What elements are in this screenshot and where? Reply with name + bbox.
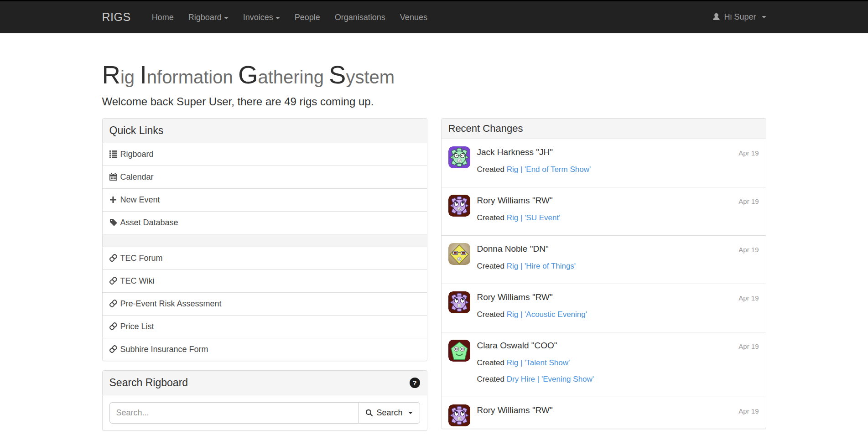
nav-item-wrap: Home [145, 1, 181, 33]
recent-change-item: Apr 19Rory Williams "RW"Created Rig | 'A… [442, 284, 766, 332]
recent-changes-title: Recent Changes [448, 123, 523, 135]
quick-links-title: Quick Links [109, 124, 164, 137]
search-input[interactable] [109, 402, 359, 424]
quick-link-price-list[interactable]: Price List [103, 315, 427, 338]
question-circle-icon[interactable]: ? [410, 378, 420, 388]
search-button[interactable]: Search [358, 402, 420, 424]
recent-changes-list: Apr 19Jack Harkness "JH"Created Rig | 'E… [442, 139, 766, 429]
monster-avatar-icon [448, 195, 470, 217]
quick-link-tec-forum[interactable]: TEC Forum [103, 247, 427, 269]
change-link[interactable]: Dry Hire | 'Evening Show' [507, 375, 594, 383]
change-action: Created Rig | 'End of Term Show' [477, 165, 759, 175]
change-action: Created Rig | 'Acoustic Evening' [477, 310, 759, 320]
change-link[interactable]: Rig | 'Acoustic Evening' [507, 310, 587, 319]
quick-link-label: New Event [120, 195, 160, 204]
recent-change-item: Apr 19Rory Williams "RW" [442, 397, 766, 429]
quick-link-asset-database[interactable]: Asset Database [103, 211, 427, 234]
nav-item-rigboard[interactable]: Rigboard [181, 1, 236, 33]
recent-change-item: Apr 19Rory Williams "RW"Created Rig | 'S… [442, 187, 766, 235]
user-menu-label: Hi Super [724, 12, 756, 22]
quick-link-label: Subhire Insurance Form [120, 345, 208, 354]
quick-links-panel: Quick Links RigboardCalendarNew EventAss… [102, 118, 427, 361]
nav-item-people[interactable]: People [287, 1, 327, 33]
quick-link-label: Asset Database [120, 218, 178, 227]
monster-avatar-icon [448, 340, 470, 362]
monster-avatar-icon [448, 404, 470, 426]
nav-items: HomeRigboardInvoicesPeopleOrganisationsV… [145, 1, 435, 33]
change-date: Apr 19 [738, 149, 759, 157]
monster-avatar-icon [448, 291, 470, 313]
nav-item-wrap: People [287, 1, 327, 33]
nav-item-venues[interactable]: Venues [393, 1, 435, 33]
entry-content: Clara Oswald "COO"Created Rig | 'Talent … [477, 340, 759, 384]
quick-link-label: TEC Forum [120, 254, 163, 263]
nav-item-home[interactable]: Home [145, 1, 181, 33]
link-icon [109, 322, 120, 331]
quick-link-label: Calendar [120, 172, 154, 181]
change-link[interactable]: Rig | 'Talent Show' [507, 358, 570, 367]
person-name: Rory Williams "RW" [477, 195, 759, 207]
entry-content: Rory Williams "RW"Created Rig | 'SU Even… [477, 195, 759, 223]
brand-logo[interactable]: RIGS [102, 10, 131, 24]
action-verb: Created [477, 165, 507, 174]
caret-down-icon [408, 412, 413, 414]
nav-item-invoices[interactable]: Invoices [236, 1, 287, 33]
recent-change-item: Apr 19Donna Noble "DN"Created Rig | 'Hir… [442, 235, 766, 284]
change-link[interactable]: Rig | 'Hire of Things' [507, 262, 576, 270]
entry-content: Rory Williams "RW"Created Rig | 'Acousti… [477, 291, 759, 320]
quick-link-calendar[interactable]: Calendar [103, 166, 427, 188]
quick-link-label: Pre-Event Risk Assessment [120, 299, 222, 308]
quick-link-pre-event-risk-assessment[interactable]: Pre-Event Risk Assessment [103, 292, 427, 315]
left-column: Quick Links RigboardCalendarNew EventAss… [95, 118, 434, 431]
entry-content: Donna Noble "DN"Created Rig | 'Hire of T… [477, 243, 759, 271]
change-date: Apr 19 [738, 342, 759, 350]
title-initial: S [329, 60, 346, 89]
quick-link-rigboard[interactable]: Rigboard [103, 143, 427, 166]
quick-link-subhire-insurance-form[interactable]: Subhire Insurance Form [103, 338, 427, 361]
quick-link-new-event[interactable]: New Event [103, 188, 427, 211]
change-action: Created Dry Hire | 'Evening Show' [477, 374, 759, 384]
person-name: Rory Williams "RW" [477, 404, 759, 416]
recent-changes-heading: Recent Changes [442, 119, 766, 139]
search-rigboard-panel: Search Rigboard ? Search [102, 370, 427, 431]
action-verb: Created [477, 358, 507, 367]
change-link[interactable]: Rig | 'SU Event' [507, 213, 561, 222]
entry-content: Jack Harkness "JH"Created Rig | 'End of … [477, 146, 759, 175]
caret-down-icon [275, 17, 280, 19]
navbar: RIGS HomeRigboardInvoicesPeopleOrganisat… [0, 1, 868, 33]
link-icon [109, 299, 120, 309]
entry-content: Rory Williams "RW" [477, 404, 759, 416]
user-menu[interactable]: Hi Super [712, 12, 766, 22]
title-initial: R [102, 60, 120, 89]
person-name: Donna Noble "DN" [477, 243, 759, 255]
person-name: Jack Harkness "JH" [477, 146, 759, 158]
title-rest: ystem [346, 67, 395, 87]
link-icon [109, 276, 120, 286]
nav-item-organisations[interactable]: Organisations [327, 1, 393, 33]
monster-avatar-icon [448, 146, 470, 168]
welcome-message: Welcome back Super User, there are 49 ri… [102, 95, 766, 108]
person-name: Rory Williams "RW" [477, 291, 759, 303]
change-date: Apr 19 [738, 197, 759, 205]
page-title: Rig Information Gathering System [102, 61, 766, 89]
change-action: Created Rig | 'SU Event' [477, 213, 759, 223]
calendar-icon [109, 172, 120, 182]
action-verb: Created [477, 213, 507, 222]
nav-item-wrap: Rigboard [181, 1, 236, 33]
quick-links-list: RigboardCalendarNew EventAsset DatabaseT… [103, 143, 427, 361]
plus-icon [109, 195, 120, 205]
change-action: Created Rig | 'Talent Show' [477, 358, 759, 368]
change-action: Created Rig | 'Hire of Things' [477, 261, 759, 271]
recent-change-item: Apr 19Jack Harkness "JH"Created Rig | 'E… [442, 139, 766, 187]
quick-link-label: Price List [120, 322, 154, 331]
link-icon [109, 254, 120, 263]
change-link[interactable]: Rig | 'End of Term Show' [507, 165, 591, 174]
quick-link-tec-wiki[interactable]: TEC Wiki [103, 269, 427, 292]
person-name: Clara Oswald "COO" [477, 340, 759, 352]
quick-links-heading: Quick Links [103, 119, 427, 143]
right-column: Recent Changes Apr 19Jack Harkness "JH"C… [434, 118, 773, 429]
user-icon [712, 13, 721, 21]
title-initial: I [140, 60, 147, 89]
nav-item-wrap: Venues [393, 1, 435, 33]
list-icon [109, 150, 120, 159]
